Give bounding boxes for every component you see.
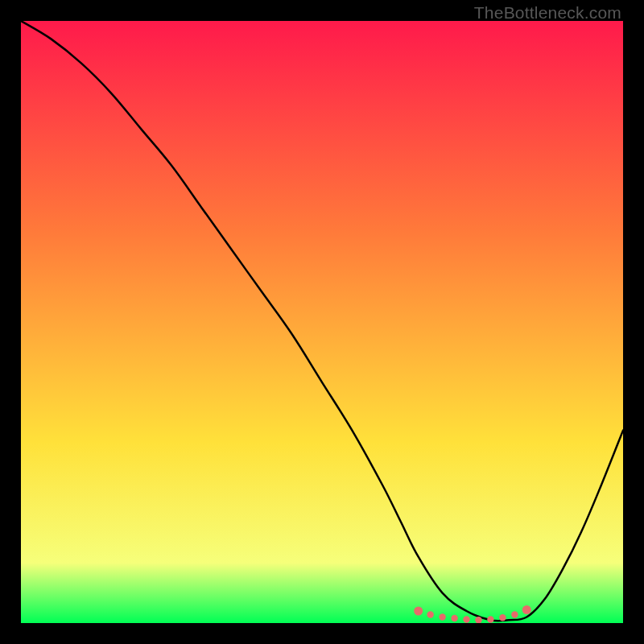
optimal-marker [414, 607, 423, 616]
bottleneck-chart [21, 21, 623, 623]
gradient-background [21, 21, 623, 623]
optimal-marker [511, 611, 518, 617]
optimal-marker [439, 613, 445, 620]
optimal-marker [451, 615, 457, 621]
optimal-marker [499, 614, 506, 621]
optimal-marker [522, 605, 531, 614]
optimal-marker [427, 611, 433, 617]
watermark-text: TheBottleneck.com [474, 3, 621, 23]
optimal-marker [463, 616, 469, 622]
optimal-marker [487, 616, 493, 622]
chart-frame [21, 21, 623, 623]
